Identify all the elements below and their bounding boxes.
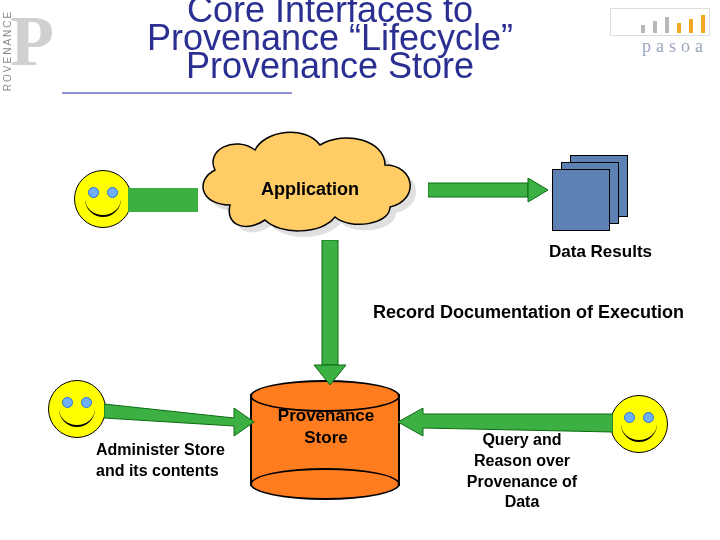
logo-letter: P <box>10 5 54 77</box>
arrow-application-to-store <box>310 240 350 385</box>
provenance-store-label: Provenance Store <box>248 405 404 449</box>
svg-rect-1 <box>428 183 528 197</box>
user-smiley-query <box>610 395 668 453</box>
page-title: Core Interfaces to Provenance “Lifecycle… <box>60 0 600 80</box>
svg-rect-0 <box>128 192 182 206</box>
record-documentation-label: Record Documentation of Execution <box>373 302 684 323</box>
svg-marker-3 <box>104 404 254 436</box>
provenance-logo: ROVENANCE P <box>0 0 30 120</box>
title-line-3: Provenance Store <box>60 52 600 80</box>
data-results-icon <box>552 155 630 230</box>
user-smiley-top-left <box>74 170 132 228</box>
svg-marker-4 <box>398 408 613 436</box>
application-cloud: Application <box>190 125 430 245</box>
title-underline <box>62 92 292 94</box>
svg-rect-2 <box>322 240 338 365</box>
user-smiley-admin <box>48 380 106 438</box>
arrow-query-to-store <box>398 408 613 438</box>
pasoa-logo: pasoa <box>610 8 710 62</box>
arrow-application-to-results <box>428 178 548 204</box>
arrow-user-to-application <box>128 188 198 212</box>
pasoa-word: pasoa <box>610 36 710 57</box>
query-label: Query and Reason over Provenance of Data <box>452 430 592 513</box>
administer-label: Administer Store and its contents <box>96 440 226 482</box>
arrow-admin-to-store <box>104 398 254 438</box>
data-results-label: Data Results <box>549 242 652 262</box>
application-label: Application <box>190 179 430 200</box>
